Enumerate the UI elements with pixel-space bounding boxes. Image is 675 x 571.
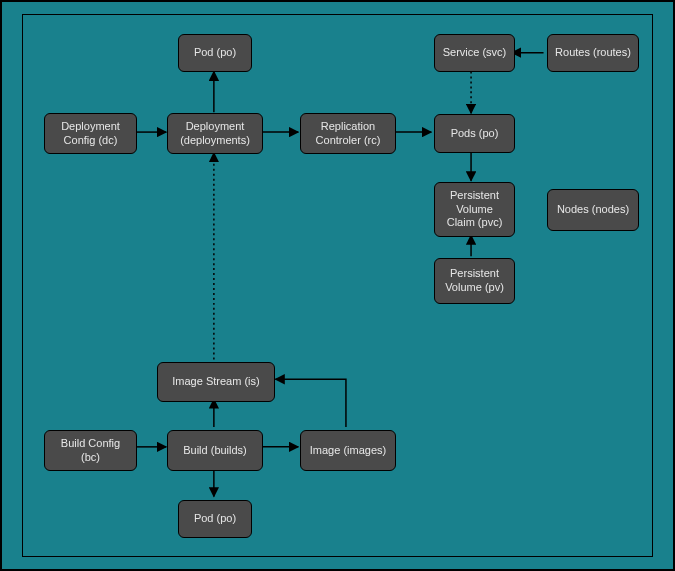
node-deployment-config: Deployment Config (dc) — [44, 113, 137, 154]
node-pvc: Persistent Volume Claim (pvc) — [434, 182, 515, 237]
node-build: Build (builds) — [167, 430, 263, 471]
node-pods: Pods (po) — [434, 114, 515, 153]
node-pv: Persistent Volume (pv) — [434, 258, 515, 304]
node-pod-bottom: Pod (po) — [178, 500, 252, 538]
node-deployment: Deployment (deployments) — [167, 113, 263, 154]
node-pod-top: Pod (po) — [178, 34, 252, 72]
node-replication-controller: Replication Controler (rc) — [300, 113, 396, 154]
node-service: Service (svc) — [434, 34, 515, 72]
node-image: Image (images) — [300, 430, 396, 471]
diagram-frame — [22, 14, 653, 557]
node-image-stream: Image Stream (is) — [157, 362, 275, 402]
node-build-config: Build Config (bc) — [44, 430, 137, 471]
node-routes: Routes (routes) — [547, 34, 639, 72]
node-nodes: Nodes (nodes) — [547, 189, 639, 231]
diagram-canvas: Deployment Config (dc) Deployment (deplo… — [0, 0, 675, 571]
